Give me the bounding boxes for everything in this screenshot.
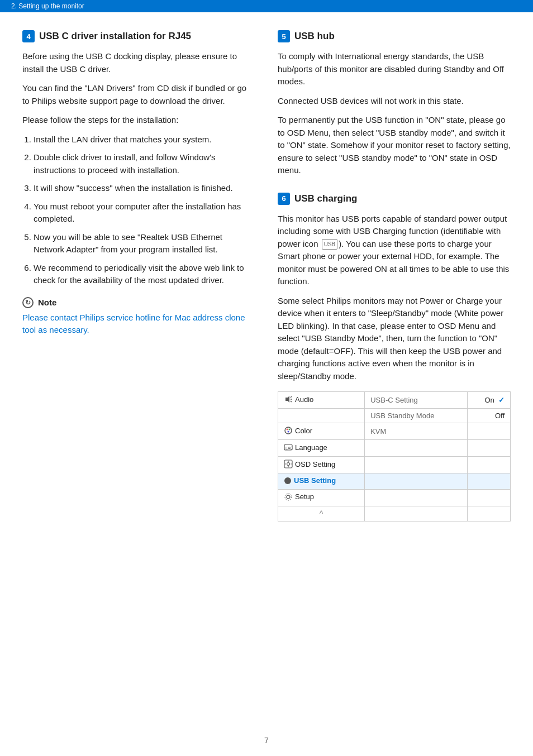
usb-charging-para-1: This monitor has USB ports capable of st… [278, 213, 511, 288]
svg-marker-0 [285, 396, 289, 403]
usb-setting-icon [284, 477, 292, 485]
top-bar: 2. Setting up the monitor [0, 0, 533, 12]
osd-menu-item: OSD Setting [278, 457, 365, 473]
osd-arrow-up: ^ [278, 506, 365, 521]
osd-setting-empty [365, 457, 468, 473]
osd-value-empty [468, 473, 511, 490]
left-para-3: Please follow the steps for the installa… [22, 114, 255, 127]
section6-number: 6 [278, 193, 290, 205]
table-row: ^ [278, 506, 511, 521]
top-bar-label: 2. Setting up the monitor [11, 2, 84, 10]
usb-hub-para-2: Connected USB devices will not work in t… [278, 95, 511, 108]
table-row: Audio USB-C Setting On ✓ [278, 392, 511, 409]
svg-point-5 [287, 429, 288, 430]
note-box: ↻ Note Please contact Philips service ho… [22, 297, 255, 337]
svg-point-7 [288, 431, 289, 433]
svg-text:LAG: LAG [285, 446, 293, 450]
osd-value-off: Off [468, 409, 511, 423]
osd-setting-usb-standby: USB Standby Mode [365, 409, 468, 423]
section4-title: 4 USB C driver installation for RJ45 [22, 30, 255, 42]
usb-charging-para-2: Some select Philips monitors may not Pow… [278, 295, 511, 383]
installation-steps: Install the LAN driver that matches your… [34, 133, 255, 287]
setup-icon [284, 492, 293, 501]
note-label: Note [38, 298, 56, 307]
note-text: Please contact Philips service hotline f… [22, 312, 255, 337]
list-item: We recommend to periodically visit the a… [34, 262, 255, 287]
audio-label: Audio [295, 395, 313, 404]
list-item: Double click driver to install, and foll… [34, 151, 255, 176]
list-item: Install the LAN driver that matches your… [34, 133, 255, 146]
list-item: You must reboot your computer after the … [34, 200, 255, 226]
osd-setting-empty [365, 473, 468, 490]
osd-setting-icon [284, 460, 293, 468]
osd-setting-empty [365, 506, 468, 521]
note-header: ↻ Note [22, 297, 255, 308]
usb-hub-section: 5 USB hub To comply with International e… [278, 30, 511, 177]
section6-title: 6 USB charging [278, 193, 511, 205]
language-label: Language [295, 443, 327, 452]
table-row: OSD Setting [278, 457, 511, 473]
usb-charging-section: 6 USB charging This monitor has USB port… [278, 193, 511, 521]
svg-point-16 [284, 477, 291, 484]
osd-value-empty [468, 457, 511, 473]
right-column: 5 USB hub To comply with International e… [278, 30, 511, 534]
left-para-1: Before using the USB C docking display, … [22, 50, 255, 75]
svg-line-3 [291, 401, 292, 402]
osd-menu-item: LAG Language [278, 440, 365, 457]
section4-title-text: USB C driver installation for RJ45 [39, 31, 191, 42]
language-icon: LAG [284, 443, 293, 452]
osd-value-on: On ✓ [468, 392, 511, 409]
svg-point-18 [285, 494, 292, 500]
check-mark: ✓ [498, 396, 505, 404]
section4-number: 4 [22, 30, 35, 42]
osd-value-empty [468, 423, 511, 440]
osd-setting-usbc: USB-C Setting [365, 392, 468, 409]
osd-menu-item: Audio [278, 392, 365, 409]
table-row-active: USB Setting [278, 473, 511, 490]
list-item: Now you will be able to see "Realtek USB… [34, 231, 255, 256]
svg-point-4 [285, 427, 292, 434]
color-label: Color [295, 427, 312, 435]
osd-menu-table: Audio USB-C Setting On ✓ USB Standby Mod… [278, 391, 511, 521]
osd-menu-item-usb: USB Setting [278, 473, 365, 490]
audio-icon [284, 395, 293, 404]
osd-menu-item: Color [278, 423, 365, 440]
table-row: Color KVM [278, 423, 511, 440]
osd-value-empty [468, 440, 511, 457]
section5-title: 5 USB hub [278, 30, 511, 42]
svg-point-17 [287, 495, 290, 499]
osd-setting-label: OSD Setting [295, 460, 335, 468]
svg-line-1 [291, 396, 292, 398]
table-row: Setup [278, 489, 511, 506]
section5-title-text: USB hub [294, 31, 335, 42]
svg-point-6 [289, 429, 291, 430]
left-para-2: You can find the "LAN Drivers" from CD d… [22, 82, 255, 107]
usb-inline-icon: USB [322, 239, 338, 250]
section6-title-text: USB charging [294, 193, 357, 204]
note-icon: ↻ [22, 297, 34, 308]
usb-setting-label: USB Setting [294, 476, 336, 485]
table-row: LAG Language [278, 440, 511, 457]
osd-setting-empty [365, 440, 468, 457]
usb-hub-para-1: To comply with International energy stan… [278, 50, 511, 88]
osd-value-empty [468, 506, 511, 521]
color-icon [284, 426, 293, 435]
section5-number: 5 [278, 30, 290, 42]
page-number: 7 [0, 736, 533, 745]
osd-menu-item: Setup [278, 489, 365, 506]
left-column: 4 USB C driver installation for RJ45 Bef… [22, 30, 255, 534]
osd-empty-cell [278, 409, 365, 423]
osd-value-empty [468, 489, 511, 506]
list-item: It will show "success" when the installa… [34, 182, 255, 195]
osd-setting-empty [365, 489, 468, 506]
setup-label: Setup [295, 492, 314, 501]
svg-point-11 [287, 463, 290, 466]
osd-setting-kvm: KVM [365, 423, 468, 440]
usb-hub-para-3: To permanently put the USB function in "… [278, 114, 511, 177]
table-row: USB Standby Mode Off [278, 409, 511, 423]
